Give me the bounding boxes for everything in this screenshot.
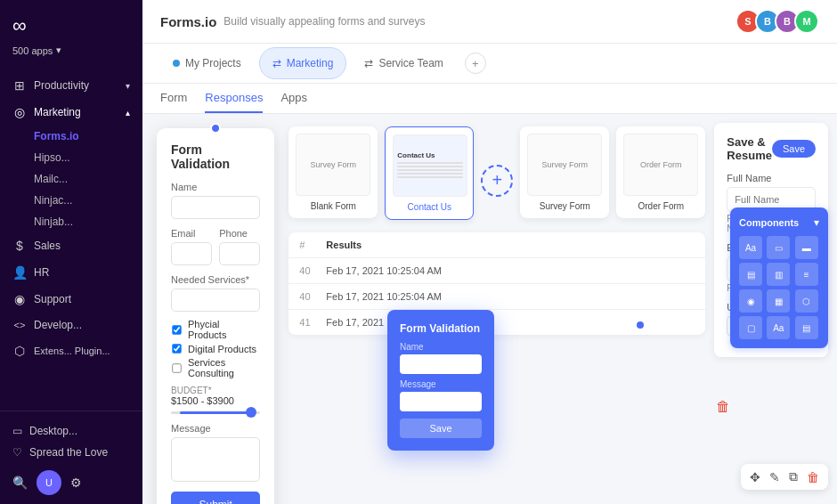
blank-form-preview: Survey Form	[296, 134, 370, 196]
component-list[interactable]: ≡	[795, 263, 818, 286]
sub-tab-responses[interactable]: Responses	[205, 84, 263, 113]
sidebar-item-label: HR	[34, 266, 49, 279]
extensions-icon: ⬡	[12, 344, 27, 358]
component-bar[interactable]: ▬	[795, 236, 818, 259]
sidebar-item-sales[interactable]: $ Sales	[0, 232, 142, 259]
services-input[interactable]	[171, 289, 260, 312]
sidebar-sub-hipso[interactable]: Hipso...	[34, 147, 142, 168]
component-table2[interactable]: ▤	[795, 316, 818, 339]
contact-form-title: Contact Us	[393, 202, 466, 212]
component-hex[interactable]: ⬡	[795, 289, 818, 313]
sidebar-logo: ∞	[0, 0, 142, 45]
table-row[interactable]: 40 Feb 17, 2021 10:25:04 AM	[288, 258, 705, 284]
component-table[interactable]: ▤	[739, 263, 762, 286]
table-row[interactable]: 40 Feb 17, 2021 10:25:04 AM	[288, 284, 705, 310]
form-card-order[interactable]: Order Form Order Form	[616, 126, 705, 218]
sidebar-item-spread[interactable]: ♡ Spread the Love	[12, 442, 130, 463]
sidebar-sub-forms[interactable]: Forms.io	[34, 126, 142, 147]
message-label: Message	[171, 423, 260, 434]
project-tabs: My Projects ⇄ Marketing ⇄ Service Team +	[142, 44, 837, 84]
popup-message-label: Message	[400, 379, 482, 389]
save-button[interactable]: Save	[772, 140, 816, 158]
name-input[interactable]	[171, 196, 260, 219]
checkbox-physical[interactable]: Phycial Products	[171, 319, 260, 340]
avatar-m: M	[794, 9, 819, 34]
phone-input[interactable]	[219, 242, 260, 265]
left-panel: Form Validation Name Email Phone N	[142, 114, 288, 504]
submit-button[interactable]: Submit	[171, 492, 260, 504]
sidebar-sub-ninjac[interactable]: Ninjac...	[34, 190, 142, 211]
sidebar-item-productivity[interactable]: ⊞ Productivity ▾	[0, 72, 142, 99]
range-thumb[interactable]	[246, 407, 256, 418]
email-label: Email	[171, 228, 212, 239]
range-track	[171, 411, 260, 414]
tab-marketing[interactable]: ⇄ Marketing	[259, 47, 347, 79]
sidebar-item-develop[interactable]: <> Develop...	[0, 313, 142, 337]
component-image[interactable]: ▭	[767, 236, 790, 259]
form-card-contact[interactable]: Contact Us Contact Us	[385, 126, 474, 220]
sidebar-item-support[interactable]: ◉ Support	[0, 286, 142, 313]
desktop-icon: ▭	[12, 425, 22, 437]
component-text[interactable]: Aa	[739, 236, 762, 259]
heart-icon: ♡	[12, 446, 22, 459]
phone-label: Phone	[219, 228, 260, 239]
tab-my-projects[interactable]: My Projects	[160, 48, 254, 78]
popup-name-input[interactable]	[400, 354, 482, 374]
settings-icon[interactable]: ⚙	[70, 476, 82, 490]
component-grid[interactable]: ▥	[767, 263, 790, 286]
add-form-button[interactable]: +	[481, 165, 513, 197]
range-fill	[180, 411, 251, 414]
sidebar-item-label: Develop...	[34, 319, 82, 331]
delete-top-icon[interactable]: 🗑	[716, 399, 730, 415]
component-radio[interactable]: ◉	[739, 289, 762, 313]
tab-service-team[interactable]: ⇄ Service Team	[352, 48, 455, 78]
form-card-blank[interactable]: Survey Form Blank Form	[288, 126, 378, 218]
survey-form-preview: Survey Form	[527, 134, 602, 196]
move-icon[interactable]: ✥	[750, 470, 760, 484]
sidebar-item-label: Support	[34, 293, 71, 305]
form-card-survey[interactable]: Survey Form Survey Form	[520, 126, 609, 218]
name-label: Name	[171, 182, 260, 192]
edit-icon[interactable]: ✎	[769, 470, 780, 484]
sidebar-sub-mailc[interactable]: Mailc...	[34, 168, 142, 190]
component-text2[interactable]: Aa	[767, 316, 790, 339]
add-tab-button[interactable]: +	[465, 53, 486, 74]
marketing-icon: ◎	[12, 105, 27, 119]
copy-icon[interactable]: ⧉	[789, 469, 798, 484]
popup-save-button[interactable]: Save	[400, 419, 482, 438]
delete-icon[interactable]: 🗑	[807, 470, 819, 484]
component-square[interactable]: ▢	[739, 316, 762, 339]
sidebar-item-extensions[interactable]: ⬡ Extens... Plugin...	[0, 337, 142, 364]
responses-table: # Results 40 Feb 17, 2021 10:25:04 AM 40…	[288, 232, 705, 335]
search-icon[interactable]: 🔍	[12, 476, 28, 490]
popup-title: Form Validation	[400, 322, 482, 335]
save-resume-title: Save & Resume	[727, 135, 772, 162]
user-avatar[interactable]: U	[37, 470, 61, 495]
share-icon: ⇄	[272, 57, 281, 69]
dot-icon	[173, 60, 180, 67]
blank-form-title: Blank Form	[296, 201, 370, 211]
popup-message-input[interactable]	[400, 392, 482, 411]
components-chevron[interactable]: ▾	[814, 216, 819, 229]
chevron-icon: ▾	[126, 81, 130, 91]
sidebar-item-desktop[interactable]: ▭ Desktop...	[12, 420, 130, 442]
sidebar-sub-ninjab[interactable]: Ninjab...	[34, 211, 142, 232]
sub-tab-form[interactable]: Form	[160, 84, 187, 113]
sidebar-item-marketing[interactable]: ◎ Marketing ▴	[0, 99, 142, 126]
budget-range: $1500 - $3900	[171, 395, 260, 406]
dot-indicator	[210, 123, 221, 134]
sub-tab-apps[interactable]: Apps	[280, 84, 307, 113]
sidebar-item-hr[interactable]: 👤 HR	[0, 259, 142, 286]
email-input[interactable]	[171, 242, 212, 265]
connection-dot	[635, 320, 646, 330]
checkbox-digital[interactable]: Digital Products	[171, 343, 260, 354]
table-header-row: # Results	[288, 232, 705, 258]
message-textarea[interactable]	[171, 437, 260, 482]
fullname-label: Full Name	[727, 173, 816, 183]
chevron-icon: ▴	[126, 108, 130, 118]
sidebar-apps[interactable]: 500 apps ▾	[0, 45, 142, 67]
share-icon-2: ⇄	[364, 57, 373, 69]
form-validation-title: Form Validation	[171, 142, 260, 171]
checkbox-consulting[interactable]: Services Consulting	[171, 357, 260, 378]
component-checkbox[interactable]: ▦	[767, 289, 790, 313]
